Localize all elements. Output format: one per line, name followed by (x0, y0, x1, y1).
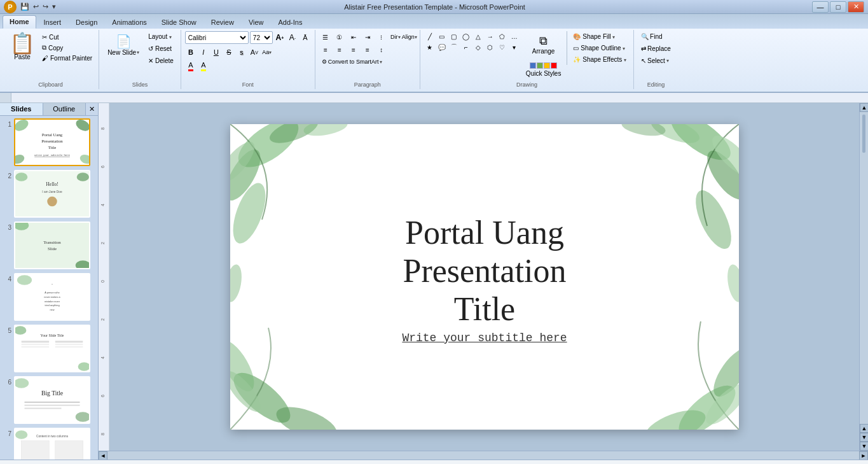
quick-styles-button[interactable]: Quick Styles (521, 59, 566, 80)
numbered-list-button[interactable]: ① (333, 31, 346, 43)
shape-more[interactable]: … (509, 31, 520, 41)
tab-review[interactable]: Review (204, 16, 241, 29)
layout-button[interactable]: Layout ▾ (145, 31, 177, 42)
replace-button[interactable]: ⇄ Replace (638, 43, 674, 54)
decrease-indent-button[interactable]: ⇤ (347, 31, 360, 43)
columns-button[interactable]: ⫶ (375, 31, 388, 43)
tab-animations[interactable]: Animations (105, 16, 153, 29)
shape-ellipse[interactable]: ◯ (460, 31, 472, 41)
scroll-down-button[interactable]: ▼ (860, 442, 868, 451)
slides-tab[interactable]: Slides (0, 103, 43, 115)
cut-button[interactable]: ✂ Cut (39, 32, 95, 42)
slide-image-4[interactable]: " A person who never makes a mistake nev… (14, 273, 90, 321)
new-slide-button[interactable]: 📄 New Slide ▾ (103, 31, 144, 59)
shape-star[interactable]: ★ (424, 42, 436, 52)
bullet-list-button[interactable]: ☰ (319, 31, 332, 43)
italic-button[interactable]: I (198, 46, 209, 58)
scroll-right-button[interactable]: ► (859, 451, 868, 460)
shape-outline-button[interactable]: ▭ Shape Outline ▾ (570, 43, 630, 53)
scroll-down-page[interactable]: ▼ (860, 433, 868, 442)
tab-design[interactable]: Design (69, 16, 104, 29)
font-name-select[interactable]: Calibri (185, 31, 249, 44)
slide-image-2[interactable]: Hello! I am Jane Doe (14, 170, 90, 218)
slide-subtitle[interactable]: Write your subtitle here (402, 332, 567, 344)
tab-slideshow[interactable]: Slide Show (155, 16, 203, 29)
save-btn[interactable]: 💾 (19, 2, 31, 11)
align-right-button[interactable]: ≡ (347, 44, 360, 55)
slide-title[interactable]: Portal Uang Presentation Title (403, 214, 566, 328)
close-button[interactable]: ✕ (848, 1, 864, 13)
panel-close-button[interactable]: ✕ (86, 103, 98, 115)
align-text-button[interactable]: Align▾ (403, 31, 416, 43)
shape-diamond[interactable]: ◇ (472, 42, 484, 52)
shape-hexagon[interactable]: ⬡ (485, 42, 496, 52)
copy-button[interactable]: ⧉ Copy (39, 43, 95, 53)
justify-button[interactable]: ≡ (361, 44, 374, 55)
arrange-button[interactable]: ⧉ Arrange (521, 31, 566, 58)
shape-rounded-rect[interactable]: ▢ (448, 31, 460, 41)
paste-button[interactable]: 📋 Paste (6, 31, 38, 62)
line-spacing-button[interactable]: ↕ (375, 44, 388, 55)
slide-image-1[interactable]: Portal Uang Presentation Title Write you… (14, 118, 90, 166)
scroll-left-button[interactable]: ◄ (99, 451, 107, 460)
tab-home[interactable]: Home (3, 15, 36, 29)
casing-button[interactable]: Aa▾ (261, 46, 273, 58)
align-left-button[interactable]: ≡ (319, 44, 332, 55)
slide-thumb-6[interactable]: 6 Big Title (3, 376, 95, 424)
outline-tab[interactable]: Outline (43, 103, 86, 115)
spacing-button[interactable]: AV (249, 46, 260, 58)
slide-image-7[interactable]: Content in two columns (14, 428, 90, 460)
minimize-button[interactable]: — (812, 1, 829, 13)
slide-thumb-5[interactable]: 5 Your Slide Title (3, 325, 95, 372)
increase-font-button[interactable]: A+ (274, 32, 286, 43)
tab-insert[interactable]: Insert (37, 16, 69, 29)
increase-indent-button[interactable]: ⇥ (361, 31, 374, 43)
font-size-select[interactable]: 72 (250, 31, 273, 44)
shape-more2[interactable]: ▾ (509, 42, 520, 52)
shape-line[interactable]: ╱ (424, 31, 436, 41)
customize-qa[interactable]: ▾ (51, 2, 57, 11)
shape-heart[interactable]: ♡ (497, 42, 508, 52)
undo-btn[interactable]: ↩ (32, 2, 40, 11)
delete-button[interactable]: ✕ Delete (145, 55, 177, 66)
text-direction-button[interactable]: Dir▾ (389, 31, 402, 43)
highlight-button[interactable]: A (198, 60, 209, 72)
shape-curve[interactable]: ⌒ (448, 42, 460, 52)
scroll-up-button[interactable]: ▲ (860, 103, 868, 112)
slide-thumb-2[interactable]: 2 Hello! I am Jane Doe (3, 170, 95, 218)
strikethrough-button[interactable]: S (223, 46, 235, 58)
find-button[interactable]: 🔍 Find (638, 31, 665, 42)
scroll-thumb-v[interactable] (862, 115, 865, 153)
slide-image-6[interactable]: Big Title (14, 376, 90, 424)
shape-fill-button[interactable]: 🎨 Shape Fill ▾ (570, 31, 630, 42)
slide-thumb-3[interactable]: 3 Transition Slide (3, 221, 95, 269)
shadow-button[interactable]: s (236, 46, 247, 58)
reset-button[interactable]: ↺ Reset (145, 43, 177, 54)
clear-format-button[interactable]: Ā (300, 32, 311, 43)
notes-area[interactable]: Click to add notes (0, 460, 868, 464)
tab-view[interactable]: View (242, 16, 271, 29)
shape-rect[interactable]: ▭ (436, 31, 448, 41)
decrease-font-button[interactable]: A- (287, 32, 298, 43)
format-painter-button[interactable]: 🖌 Format Painter (39, 53, 95, 63)
shape-connector[interactable]: ⌐ (460, 42, 472, 52)
shape-pentagon[interactable]: ⬠ (497, 31, 508, 41)
tab-addins[interactable]: Add-Ins (272, 16, 310, 29)
underline-button[interactable]: U (210, 46, 222, 58)
maximize-button[interactable]: □ (830, 1, 846, 13)
scroll-up-page[interactable]: ▲ (860, 424, 868, 433)
convert-smartart-button[interactable]: ⚙ Convert to SmartArt ▾ (319, 57, 385, 67)
shape-arrow[interactable]: → (485, 31, 496, 41)
font-color-button[interactable]: A (185, 60, 196, 72)
shape-callout[interactable]: 💬 (436, 42, 448, 52)
slide-canvas[interactable]: Portal Uang Presentation Title Write you… (230, 124, 739, 430)
slide-thumb-1[interactable]: 1 Portal Uang Presentation Title Write y… (3, 118, 95, 166)
align-center-button[interactable]: ≡ (333, 44, 346, 55)
slide-canvas-wrapper[interactable]: Portal Uang Presentation Title Write you… (110, 103, 859, 451)
redo-btn[interactable]: ↪ (41, 2, 50, 11)
bold-button[interactable]: B (185, 46, 196, 58)
shape-triangle[interactable]: △ (472, 31, 484, 41)
shape-effects-button[interactable]: ✨ Shape Effects ▾ (570, 54, 630, 65)
slide-thumb-4[interactable]: 4 " A person who never makes a mistake n… (3, 273, 95, 321)
slide-image-3[interactable]: Transition Slide (14, 221, 90, 269)
